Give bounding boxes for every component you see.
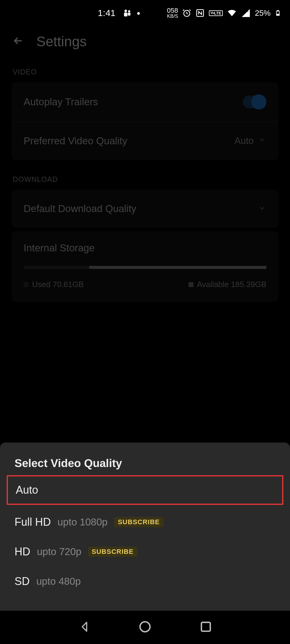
battery-icon xyxy=(275,8,281,18)
svg-rect-11 xyxy=(201,622,210,631)
storage-bar xyxy=(24,266,266,269)
svg-rect-8 xyxy=(277,11,279,11)
nav-back-button[interactable] xyxy=(78,620,91,635)
storage-legend: Used 70.61GB Available 185.39GB xyxy=(24,280,266,289)
svg-point-0 xyxy=(124,10,127,12)
svg-point-10 xyxy=(140,622,150,632)
teams-icon xyxy=(122,8,133,18)
quality-option-auto[interactable]: Auto xyxy=(7,475,283,505)
quality-option-fullhd[interactable]: Full HD upto 1080p SUBSCRIBE xyxy=(0,507,290,537)
subscribe-badge: SUBSCRIBE xyxy=(88,547,137,557)
quality-option-sd[interactable]: SD upto 480p xyxy=(0,567,290,596)
wifi-icon xyxy=(227,8,237,18)
svg-text:x: x xyxy=(247,8,249,13)
video-quality-sheet: Select Video Quality Auto Full HD upto 1… xyxy=(0,443,290,611)
volte-icon: VoLTE xyxy=(209,10,223,16)
svg-rect-9 xyxy=(277,14,279,15)
svg-point-1 xyxy=(128,10,130,12)
default-download-quality-row[interactable]: Default Download Quality xyxy=(12,190,278,228)
chevron-down-icon xyxy=(258,136,266,146)
header: Settings xyxy=(0,21,290,62)
network-speed: 058 KB/S xyxy=(167,7,178,19)
preferred-quality-row[interactable]: Preferred Video Quality Auto xyxy=(12,122,278,160)
storage-used-text: Used 70.61GB xyxy=(32,280,84,289)
section-label-download: DOWNLOAD xyxy=(0,169,290,190)
autoplay-label: Autoplay Trailers xyxy=(24,96,98,108)
preferred-quality-label: Preferred Video Quality xyxy=(24,135,127,147)
status-time: 1:41 xyxy=(98,8,115,18)
quality-option-hd[interactable]: HD upto 720p SUBSCRIBE xyxy=(0,537,290,567)
battery-percent: 25% xyxy=(255,8,271,18)
sheet-title: Select Video Quality xyxy=(0,457,290,473)
preferred-quality-value: Auto xyxy=(234,136,266,146)
svg-rect-2 xyxy=(124,13,127,17)
section-label-video: VIDEO xyxy=(0,62,290,82)
nav-home-button[interactable] xyxy=(138,620,152,635)
storage-card: Internal Storage Used 70.61GB Available … xyxy=(12,231,278,302)
dot-icon: ● xyxy=(137,10,140,17)
chevron-down-icon xyxy=(258,204,266,214)
download-settings-card: Default Download Quality xyxy=(12,190,278,228)
default-download-label: Default Download Quality xyxy=(24,203,136,214)
autoplay-toggle[interactable] xyxy=(243,96,266,108)
status-bar: 1:41 ● 058 KB/S VoLTE x 25% xyxy=(0,0,290,21)
nav-recent-button[interactable] xyxy=(199,620,213,635)
svg-rect-3 xyxy=(128,13,130,16)
storage-available-text: Available 185.39GB xyxy=(197,280,266,289)
navigation-bar xyxy=(0,611,290,644)
nfc-icon xyxy=(196,8,205,18)
video-settings-card: Autoplay Trailers Preferred Video Qualit… xyxy=(12,82,278,160)
signal-icon: x xyxy=(241,8,251,18)
autoplay-trailers-row[interactable]: Autoplay Trailers xyxy=(12,82,278,122)
alarm-icon xyxy=(182,8,191,18)
subscribe-badge: SUBSCRIBE xyxy=(114,517,163,527)
back-arrow-icon[interactable] xyxy=(12,35,24,48)
storage-title: Internal Storage xyxy=(24,242,266,254)
page-title: Settings xyxy=(36,33,87,50)
